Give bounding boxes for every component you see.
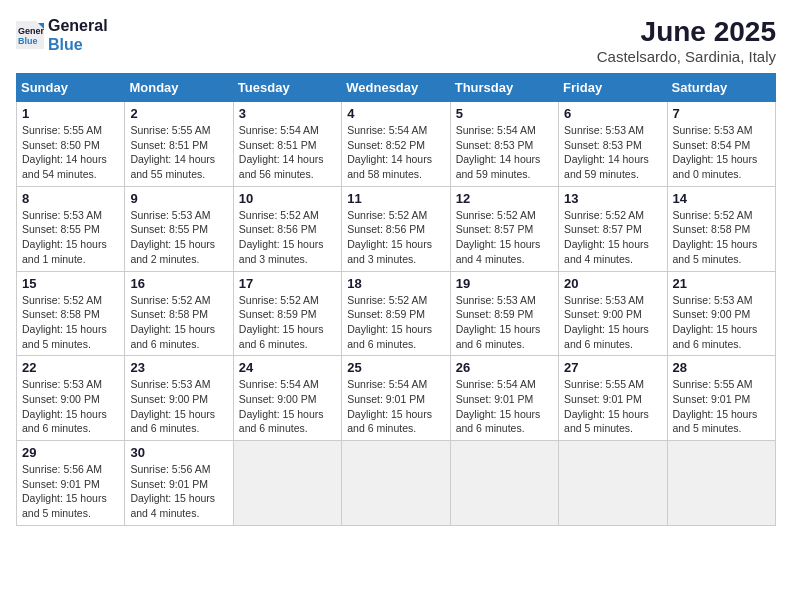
calendar-cell: 4Sunrise: 5:54 AM Sunset: 8:52 PM Daylig…: [342, 102, 450, 187]
calendar-cell: [667, 441, 775, 526]
logo-general: General: [48, 16, 108, 35]
day-info: Sunrise: 5:53 AM Sunset: 8:55 PM Dayligh…: [22, 208, 119, 267]
weekday-header-wednesday: Wednesday: [342, 74, 450, 102]
day-info: Sunrise: 5:53 AM Sunset: 9:00 PM Dayligh…: [130, 377, 227, 436]
day-info: Sunrise: 5:53 AM Sunset: 9:00 PM Dayligh…: [673, 293, 770, 352]
calendar-cell: 16Sunrise: 5:52 AM Sunset: 8:58 PM Dayli…: [125, 271, 233, 356]
weekday-header-sunday: Sunday: [17, 74, 125, 102]
day-info: Sunrise: 5:54 AM Sunset: 8:53 PM Dayligh…: [456, 123, 553, 182]
calendar-cell: 28Sunrise: 5:55 AM Sunset: 9:01 PM Dayli…: [667, 356, 775, 441]
day-info: Sunrise: 5:56 AM Sunset: 9:01 PM Dayligh…: [22, 462, 119, 521]
logo: General Blue General Blue: [16, 16, 108, 54]
calendar-cell: 2Sunrise: 5:55 AM Sunset: 8:51 PM Daylig…: [125, 102, 233, 187]
day-number: 20: [564, 276, 661, 291]
svg-text:Blue: Blue: [18, 36, 38, 46]
day-info: Sunrise: 5:54 AM Sunset: 9:00 PM Dayligh…: [239, 377, 336, 436]
day-number: 4: [347, 106, 444, 121]
calendar-cell: 7Sunrise: 5:53 AM Sunset: 8:54 PM Daylig…: [667, 102, 775, 187]
calendar-cell: 6Sunrise: 5:53 AM Sunset: 8:53 PM Daylig…: [559, 102, 667, 187]
calendar-cell: 22Sunrise: 5:53 AM Sunset: 9:00 PM Dayli…: [17, 356, 125, 441]
day-info: Sunrise: 5:53 AM Sunset: 8:54 PM Dayligh…: [673, 123, 770, 182]
day-number: 21: [673, 276, 770, 291]
calendar: SundayMondayTuesdayWednesdayThursdayFrid…: [16, 73, 776, 526]
weekday-header-row: SundayMondayTuesdayWednesdayThursdayFrid…: [17, 74, 776, 102]
day-info: Sunrise: 5:52 AM Sunset: 8:59 PM Dayligh…: [239, 293, 336, 352]
day-number: 30: [130, 445, 227, 460]
day-info: Sunrise: 5:53 AM Sunset: 8:59 PM Dayligh…: [456, 293, 553, 352]
day-info: Sunrise: 5:53 AM Sunset: 9:00 PM Dayligh…: [22, 377, 119, 436]
calendar-cell: 12Sunrise: 5:52 AM Sunset: 8:57 PM Dayli…: [450, 186, 558, 271]
day-number: 28: [673, 360, 770, 375]
day-info: Sunrise: 5:52 AM Sunset: 8:59 PM Dayligh…: [347, 293, 444, 352]
day-number: 11: [347, 191, 444, 206]
day-info: Sunrise: 5:54 AM Sunset: 8:51 PM Dayligh…: [239, 123, 336, 182]
page-header: General Blue General Blue June 2025 Cast…: [16, 16, 776, 65]
calendar-cell: 13Sunrise: 5:52 AM Sunset: 8:57 PM Dayli…: [559, 186, 667, 271]
day-info: Sunrise: 5:52 AM Sunset: 8:56 PM Dayligh…: [239, 208, 336, 267]
day-number: 1: [22, 106, 119, 121]
calendar-cell: 10Sunrise: 5:52 AM Sunset: 8:56 PM Dayli…: [233, 186, 341, 271]
day-info: Sunrise: 5:55 AM Sunset: 8:50 PM Dayligh…: [22, 123, 119, 182]
day-number: 27: [564, 360, 661, 375]
calendar-cell: 23Sunrise: 5:53 AM Sunset: 9:00 PM Dayli…: [125, 356, 233, 441]
calendar-cell: 29Sunrise: 5:56 AM Sunset: 9:01 PM Dayli…: [17, 441, 125, 526]
day-info: Sunrise: 5:53 AM Sunset: 8:55 PM Dayligh…: [130, 208, 227, 267]
calendar-cell: 21Sunrise: 5:53 AM Sunset: 9:00 PM Dayli…: [667, 271, 775, 356]
calendar-week-3: 15Sunrise: 5:52 AM Sunset: 8:58 PM Dayli…: [17, 271, 776, 356]
day-info: Sunrise: 5:56 AM Sunset: 9:01 PM Dayligh…: [130, 462, 227, 521]
day-number: 15: [22, 276, 119, 291]
calendar-cell: [559, 441, 667, 526]
location: Castelsardo, Sardinia, Italy: [597, 48, 776, 65]
day-number: 6: [564, 106, 661, 121]
calendar-cell: [342, 441, 450, 526]
calendar-cell: 14Sunrise: 5:52 AM Sunset: 8:58 PM Dayli…: [667, 186, 775, 271]
weekday-header-saturday: Saturday: [667, 74, 775, 102]
day-number: 5: [456, 106, 553, 121]
day-number: 2: [130, 106, 227, 121]
day-number: 22: [22, 360, 119, 375]
logo-icon: General Blue: [16, 21, 44, 49]
calendar-cell: 18Sunrise: 5:52 AM Sunset: 8:59 PM Dayli…: [342, 271, 450, 356]
day-number: 26: [456, 360, 553, 375]
calendar-week-1: 1Sunrise: 5:55 AM Sunset: 8:50 PM Daylig…: [17, 102, 776, 187]
logo-blue: Blue: [48, 35, 108, 54]
day-number: 19: [456, 276, 553, 291]
day-number: 18: [347, 276, 444, 291]
day-info: Sunrise: 5:52 AM Sunset: 8:58 PM Dayligh…: [673, 208, 770, 267]
calendar-cell: 9Sunrise: 5:53 AM Sunset: 8:55 PM Daylig…: [125, 186, 233, 271]
calendar-cell: [450, 441, 558, 526]
calendar-week-4: 22Sunrise: 5:53 AM Sunset: 9:00 PM Dayli…: [17, 356, 776, 441]
weekday-header-friday: Friday: [559, 74, 667, 102]
calendar-cell: 25Sunrise: 5:54 AM Sunset: 9:01 PM Dayli…: [342, 356, 450, 441]
day-number: 24: [239, 360, 336, 375]
calendar-cell: 27Sunrise: 5:55 AM Sunset: 9:01 PM Dayli…: [559, 356, 667, 441]
day-number: 10: [239, 191, 336, 206]
calendar-cell: 11Sunrise: 5:52 AM Sunset: 8:56 PM Dayli…: [342, 186, 450, 271]
calendar-week-2: 8Sunrise: 5:53 AM Sunset: 8:55 PM Daylig…: [17, 186, 776, 271]
day-number: 25: [347, 360, 444, 375]
day-number: 12: [456, 191, 553, 206]
day-info: Sunrise: 5:54 AM Sunset: 8:52 PM Dayligh…: [347, 123, 444, 182]
calendar-cell: 26Sunrise: 5:54 AM Sunset: 9:01 PM Dayli…: [450, 356, 558, 441]
calendar-cell: 17Sunrise: 5:52 AM Sunset: 8:59 PM Dayli…: [233, 271, 341, 356]
day-info: Sunrise: 5:53 AM Sunset: 9:00 PM Dayligh…: [564, 293, 661, 352]
weekday-header-tuesday: Tuesday: [233, 74, 341, 102]
weekday-header-thursday: Thursday: [450, 74, 558, 102]
day-info: Sunrise: 5:52 AM Sunset: 8:57 PM Dayligh…: [456, 208, 553, 267]
day-info: Sunrise: 5:54 AM Sunset: 9:01 PM Dayligh…: [347, 377, 444, 436]
day-info: Sunrise: 5:52 AM Sunset: 8:57 PM Dayligh…: [564, 208, 661, 267]
calendar-cell: 15Sunrise: 5:52 AM Sunset: 8:58 PM Dayli…: [17, 271, 125, 356]
calendar-cell: 19Sunrise: 5:53 AM Sunset: 8:59 PM Dayli…: [450, 271, 558, 356]
calendar-cell: 3Sunrise: 5:54 AM Sunset: 8:51 PM Daylig…: [233, 102, 341, 187]
day-info: Sunrise: 5:54 AM Sunset: 9:01 PM Dayligh…: [456, 377, 553, 436]
calendar-cell: [233, 441, 341, 526]
day-info: Sunrise: 5:53 AM Sunset: 8:53 PM Dayligh…: [564, 123, 661, 182]
month-title: June 2025: [597, 16, 776, 48]
day-info: Sunrise: 5:55 AM Sunset: 9:01 PM Dayligh…: [673, 377, 770, 436]
calendar-cell: 20Sunrise: 5:53 AM Sunset: 9:00 PM Dayli…: [559, 271, 667, 356]
day-number: 8: [22, 191, 119, 206]
day-number: 17: [239, 276, 336, 291]
day-number: 23: [130, 360, 227, 375]
day-info: Sunrise: 5:55 AM Sunset: 8:51 PM Dayligh…: [130, 123, 227, 182]
calendar-cell: 1Sunrise: 5:55 AM Sunset: 8:50 PM Daylig…: [17, 102, 125, 187]
